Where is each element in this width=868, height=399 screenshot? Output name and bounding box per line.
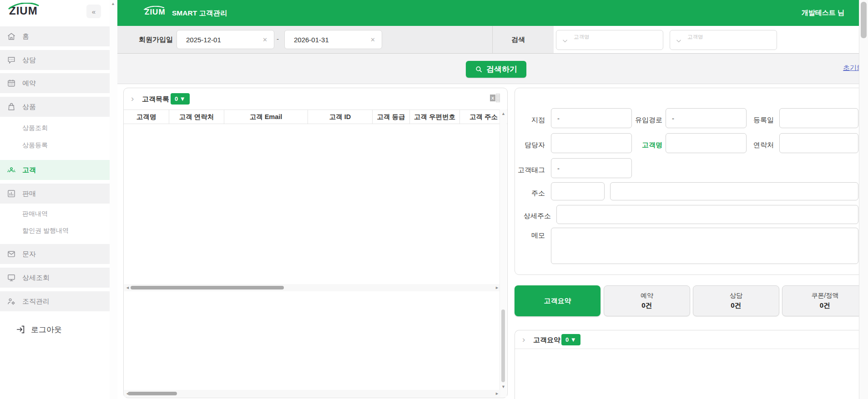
scroll-up-icon[interactable]: ▲ xyxy=(111,1,115,6)
summary-count-badge[interactable]: 0 ▼ xyxy=(561,334,580,345)
customer-list-header: › 고객목록 0 ▼ X xyxy=(124,88,507,110)
sidebar-item-product-search[interactable]: 상품조회 xyxy=(0,121,110,135)
join-date-label: 회원가입일 xyxy=(139,35,173,44)
sidebar-item-product-register[interactable]: 상품등록 xyxy=(0,138,110,153)
scroll-right-icon[interactable]: ► xyxy=(495,285,499,290)
sidebar-item-home[interactable]: 홈 xyxy=(0,26,110,46)
customer-list-panel: › 고객목록 0 ▼ X 고객명 고객 연락처 고객 Email 고객 ID 고… xyxy=(123,88,508,398)
inflow-input[interactable] xyxy=(666,108,747,128)
scrollbar-thumb[interactable] xyxy=(131,286,284,289)
address-input[interactable] xyxy=(610,182,858,200)
scroll-down-icon[interactable]: ▼ xyxy=(501,384,505,389)
scroll-up-icon[interactable]: ▲ xyxy=(501,111,505,116)
memo-label: 메모 xyxy=(520,231,545,240)
search-icon xyxy=(475,65,483,73)
calendar-icon xyxy=(7,79,16,88)
logout-icon xyxy=(15,324,25,334)
logout-button[interactable]: 로그아웃 xyxy=(15,320,88,339)
branch-input[interactable] xyxy=(551,108,632,128)
tab-reservation[interactable]: 예약 0건 xyxy=(604,285,690,316)
sidebar: ZIUM « 홈 상담 예약 상품 상품조회 상품등록 고객 판매 판매내역 할… xyxy=(0,0,110,399)
user-name[interactable]: 개발테스트 님 xyxy=(802,9,844,17)
tag-label: 고객태그 xyxy=(515,166,545,175)
column-header[interactable]: 고객 우편번호 xyxy=(410,110,460,124)
scroll-right-icon[interactable]: ► xyxy=(495,391,499,396)
scrollbar-thumb[interactable] xyxy=(128,392,177,395)
scrollbar-thumb[interactable] xyxy=(501,309,505,382)
date-to-input[interactable]: 2026-01-31 ✕ xyxy=(284,30,382,49)
search-field-select-1[interactable]: 고객명 xyxy=(556,30,663,50)
tab-consult[interactable]: 상담 0건 xyxy=(693,285,779,316)
column-header[interactable]: 고객명 xyxy=(124,110,169,124)
header-logo-text[interactable]: ZIUM xyxy=(145,8,166,17)
sidebar-item-customer[interactable]: 고객 xyxy=(0,160,110,180)
customer-list-title: 고객목록 xyxy=(142,95,169,104)
collapse-icon: « xyxy=(92,8,96,15)
table-vertical-scrollbar[interactable]: ▲ ▼ xyxy=(500,110,507,397)
search-section-label: 검색 xyxy=(511,35,525,44)
panel-horizontal-scrollbar[interactable]: ◄ ► xyxy=(124,390,500,397)
phone-input[interactable] xyxy=(779,133,858,153)
sidebar-collapse-button[interactable]: « xyxy=(86,5,101,18)
customer-name-label: 고객명 xyxy=(629,141,662,150)
sidebar-item-reservation[interactable]: 예약 xyxy=(0,73,110,93)
address-detail-input[interactable] xyxy=(556,205,858,224)
sidebar-item-detail-inquiry[interactable]: 상세조회 xyxy=(0,268,110,288)
column-header[interactable]: 고객 ID xyxy=(308,110,373,124)
branch-label: 지점 xyxy=(520,116,545,125)
scroll-left-icon[interactable]: ◄ xyxy=(126,285,130,290)
column-header[interactable]: 고객 Email xyxy=(224,110,308,124)
address-zip-input[interactable] xyxy=(551,182,605,200)
sidebar-item-sales-history[interactable]: 판매내역 xyxy=(0,207,110,221)
search-field-select-2[interactable]: 고객명 xyxy=(670,30,777,50)
column-header[interactable]: 고객 등급 xyxy=(373,110,410,124)
excel-export-icon[interactable]: X xyxy=(490,94,500,102)
filter-bar: 회원가입일 2025-12-01 ✕ - 2026-01-31 ✕ 검색 고객명… xyxy=(117,26,859,54)
date-from-input[interactable]: 2025-12-01 ✕ xyxy=(177,30,274,49)
tab-customer-summary[interactable]: 고객요약 xyxy=(515,285,601,316)
search-button[interactable]: 검색하기 xyxy=(466,61,526,78)
bag-icon xyxy=(7,102,16,111)
page-vertical-scrollbar[interactable] xyxy=(859,0,868,399)
regdate-label: 등록일 xyxy=(748,116,774,125)
expand-panel-icon[interactable]: › xyxy=(522,334,525,344)
chevron-down-icon xyxy=(676,38,682,44)
scrollbar-thumb[interactable] xyxy=(861,2,867,38)
column-header[interactable]: 고객 연락처 xyxy=(169,110,224,124)
customer-name-input[interactable] xyxy=(666,133,747,153)
expand-panel-icon[interactable]: › xyxy=(131,94,134,104)
sidebar-item-sales[interactable]: 판매 xyxy=(0,184,110,204)
person-gear-icon xyxy=(7,297,16,306)
phone-label: 연락처 xyxy=(748,141,774,150)
chart-icon xyxy=(7,189,16,198)
sidebar-item-coupon-history[interactable]: 할인권 발행내역 xyxy=(0,224,110,238)
customer-count-badge[interactable]: 0 ▼ xyxy=(171,93,190,105)
zium-logo[interactable]: ZIUM xyxy=(9,5,50,23)
memo-textarea[interactable] xyxy=(551,228,858,264)
customer-form-panel: 지점 유입경로 등록일 담당자 고객명 연락처 고객태그 주소 상세주소 메모 xyxy=(515,88,863,275)
logo-text: ZIUM xyxy=(9,5,38,17)
sidebar-item-consult[interactable]: 상담 xyxy=(0,50,110,70)
tab-coupon[interactable]: 쿠폰/정액 0건 xyxy=(782,285,868,316)
sidebar-item-sms[interactable]: 문자 xyxy=(0,244,110,264)
sidebar-item-organization[interactable]: 조직관리 xyxy=(0,291,110,311)
sidebar-item-product[interactable]: 상품 xyxy=(0,97,110,117)
regdate-input[interactable] xyxy=(779,108,858,128)
customers-icon xyxy=(7,165,16,175)
app-header: ZIUM SMART 고객관리 개발테스트 님 xyxy=(117,0,859,26)
content-left-scrollbar[interactable]: ▲ xyxy=(110,0,117,399)
manager-input[interactable] xyxy=(551,133,632,153)
clear-date-from-icon[interactable]: ✕ xyxy=(262,36,267,43)
date-range-separator: - xyxy=(277,35,279,43)
address-detail-label: 상세주소 xyxy=(515,212,551,220)
summary-panel-header: › 고객요약 0 ▼ xyxy=(515,330,863,349)
address-label: 주소 xyxy=(520,189,545,198)
customer-summary-panel: › 고객요약 0 ▼ xyxy=(515,330,863,399)
app-title: SMART 고객관리 xyxy=(172,9,227,18)
tag-input[interactable] xyxy=(551,158,632,178)
action-band: 검색하기 초기화 xyxy=(117,54,859,84)
clear-date-to-icon[interactable]: ✕ xyxy=(370,36,375,43)
customer-table-header: 고객명 고객 연락처 고객 Email 고객 ID 고객 등급 고객 우편번호 … xyxy=(124,110,507,124)
customer-table-body-empty xyxy=(124,124,500,390)
table-horizontal-scrollbar[interactable]: ◄ ► xyxy=(124,284,500,291)
